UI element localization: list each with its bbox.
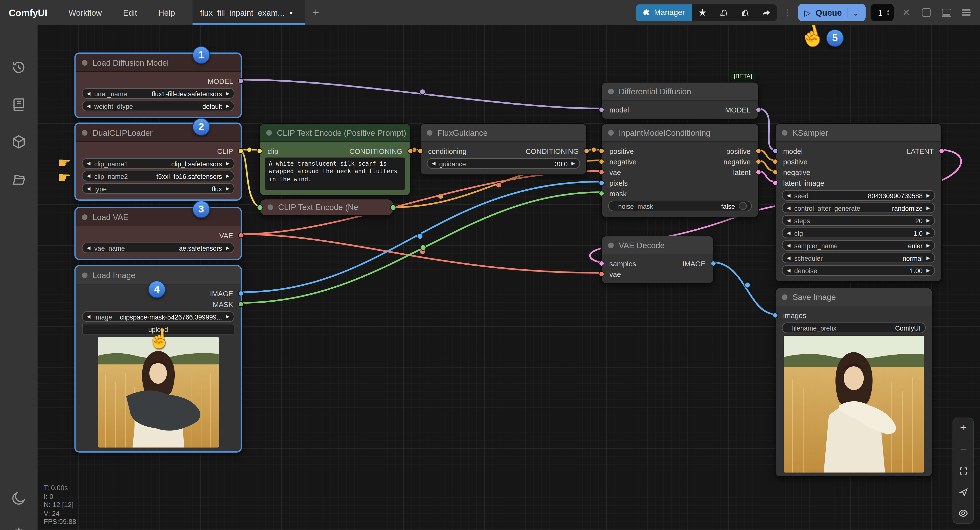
node-title-bar[interactable]: DualCLIPLoader [76, 124, 240, 142]
manager-button[interactable]: Manager [635, 4, 692, 21]
menu-help[interactable]: Help [158, 8, 175, 17]
batch-count-input[interactable]: 1 ▲▼ [870, 4, 894, 21]
theme-toggle-button[interactable] [11, 490, 27, 509]
conditioning-output-port[interactable] [584, 148, 589, 154]
mask-output-port[interactable] [238, 301, 244, 307]
pixels-input-port[interactable] [599, 180, 605, 186]
menu-workflow[interactable]: Workflow [68, 8, 102, 17]
node-ksampler[interactable]: KSampler modelLATENT positive negative l… [775, 123, 942, 282]
node-title-bar[interactable]: Save Image [776, 288, 932, 306]
menu-edit[interactable]: Edit [123, 8, 137, 17]
node-title-bar[interactable]: Load Diffusion Model [76, 54, 240, 72]
zoom-out-button[interactable]: − [957, 443, 969, 456]
node-fluxguidance[interactable]: FluxGuidance conditioningCONDITIONING ◀g… [420, 123, 587, 175]
model-input-port[interactable] [773, 148, 778, 154]
maximize-button[interactable] [919, 5, 934, 20]
new-tab-button[interactable]: + [313, 6, 319, 19]
widget-control-after-generate[interactable]: ◀control_after_generaterandomize▶ [782, 203, 935, 213]
clear-queue-button[interactable]: ✕ [899, 5, 913, 20]
conditioning-input-port[interactable] [417, 148, 423, 154]
widget-weight-dtype[interactable]: ◀weight_dtypedefault▶ [82, 101, 234, 111]
drag-handle-dots[interactable]: ⋮ [783, 8, 792, 18]
widget-noise-mask[interactable]: noise_maskfalse [608, 201, 752, 211]
clip-output-port[interactable] [238, 148, 244, 154]
prev-arrow-icon[interactable]: ◀ [87, 91, 91, 96]
zoom-in-button[interactable]: + [957, 422, 969, 435]
negative-input-port[interactable] [773, 169, 778, 175]
node-title-bar[interactable]: Differential Diffusion [602, 83, 758, 101]
node-save-image[interactable]: Save Image images filename_prefixComfyUI [775, 287, 932, 477]
vae-input-port[interactable] [599, 169, 605, 175]
node-dualcliploader[interactable]: DualCLIPLoader CLIP ◀clip_name1clip_l.sa… [75, 123, 242, 201]
sidebar-item-node-library[interactable] [11, 96, 27, 115]
vae-input-port[interactable] [599, 271, 605, 277]
node-title-bar[interactable]: Load VAE [76, 208, 240, 226]
widget-sampler-name[interactable]: ◀sampler_nameeuler▶ [782, 240, 935, 251]
app-logo[interactable]: ComfyUI [9, 7, 47, 18]
model-output-port[interactable] [238, 78, 244, 84]
images-input-port[interactable] [773, 313, 778, 318]
vae-output-port[interactable] [238, 232, 244, 238]
positive-input-port[interactable] [773, 159, 778, 164]
widget-cfg[interactable]: ◀cfg1.0▶ [782, 228, 935, 238]
decrement-caret-icon[interactable]: ▼ [886, 13, 890, 16]
next-arrow-icon[interactable]: ▶ [226, 91, 229, 96]
node-title-bar[interactable]: VAE Decode [602, 236, 713, 254]
node-load-vae[interactable]: Load VAE VAE ◀vae_nameae.safetensors▶ [75, 207, 242, 260]
image-preview-masked[interactable] [98, 337, 218, 448]
sidebar-item-model-library[interactable] [11, 134, 27, 153]
settings-button[interactable] [11, 527, 27, 530]
image-output-port[interactable] [711, 261, 716, 266]
sidebar-item-history[interactable] [11, 59, 27, 78]
sidebar-item-workflows[interactable] [11, 171, 27, 190]
bottom-panel-button[interactable] [939, 5, 954, 20]
latent-image-input-port[interactable] [773, 180, 778, 186]
widget-type[interactable]: ◀typeflux▶ [82, 183, 234, 194]
negative-input-port[interactable] [599, 159, 605, 164]
widget-denoise[interactable]: ◀denoise1.00▶ [782, 265, 935, 276]
model-output-port[interactable] [756, 107, 761, 113]
collapsed-output-port[interactable] [390, 204, 396, 211]
vacuum-outline-button[interactable] [713, 4, 734, 21]
widget-vae-name[interactable]: ◀vae_nameae.safetensors▶ [82, 243, 234, 253]
widget-seed[interactable]: ◀seed804330990739588▶ [782, 190, 935, 201]
queue-options-chevron[interactable]: ⌄ [847, 8, 859, 17]
widget-clip-name1[interactable]: ◀clip_name1clip_l.safetensors▶ [82, 158, 234, 169]
model-input-port[interactable] [599, 107, 605, 113]
widget-steps[interactable]: ◀steps20▶ [782, 215, 935, 226]
widget-unet-name[interactable]: ◀unet_nameflux1-fill-dev.safetensors▶ [82, 88, 234, 99]
image-output-port[interactable] [238, 291, 244, 296]
image-preview-result[interactable] [784, 336, 924, 473]
samples-input-port[interactable] [599, 261, 605, 266]
select-mode-button[interactable] [957, 485, 969, 498]
node-title-bar[interactable]: FluxGuidance [421, 124, 586, 142]
node-title-bar[interactable]: KSampler [776, 124, 941, 142]
favorites-button[interactable]: ★ [692, 4, 713, 21]
positive-output-port[interactable] [756, 148, 761, 154]
node-clip-text-encode-positive[interactable]: CLIP Text Encode (Positive Prompt) clipC… [259, 123, 410, 196]
latent-output-port[interactable] [756, 169, 761, 175]
node-differential-diffusion[interactable]: Differential Diffusion modelMODEL [601, 82, 759, 119]
negative-output-port[interactable] [756, 159, 761, 164]
queue-button[interactable]: ▷ Queue ⌄ [798, 4, 865, 21]
collapsed-input-port[interactable] [257, 204, 263, 211]
fit-view-button[interactable] [957, 464, 969, 477]
prompt-textarea[interactable]: A white translucent silk scarf is wrappe… [265, 158, 405, 190]
node-inpaint-model-conditioning[interactable]: InpaintModelConditioning positivepositiv… [601, 123, 759, 218]
share-button[interactable] [756, 4, 777, 21]
vacuum-filled-button[interactable] [734, 4, 756, 21]
toggle-link-visibility-button[interactable] [957, 507, 969, 519]
node-load-diffusion-model[interactable]: Load Diffusion Model MODEL ◀unet_nameflu… [75, 53, 242, 118]
clip-input-port[interactable] [257, 148, 262, 154]
toggle-knob[interactable] [739, 202, 747, 210]
next-arrow-icon[interactable]: ▶ [226, 103, 229, 109]
widget-filename-prefix[interactable]: filename_prefixComfyUI [782, 323, 926, 333]
increment-caret-icon[interactable]: ▲ [886, 9, 890, 13]
widget-image[interactable]: ◀imageclipspace-mask-5426766.399999...▶ [82, 311, 234, 322]
prev-arrow-icon[interactable]: ◀ [87, 103, 91, 109]
mask-input-port[interactable] [599, 191, 605, 196]
conditioning-output-port[interactable] [407, 148, 413, 154]
workflow-tab[interactable]: flux_fill_inpaint_exam... ● [192, 0, 305, 25]
main-menu-button[interactable] [959, 5, 974, 20]
node-vae-decode[interactable]: VAE Decode samplesIMAGE vae [601, 236, 714, 284]
